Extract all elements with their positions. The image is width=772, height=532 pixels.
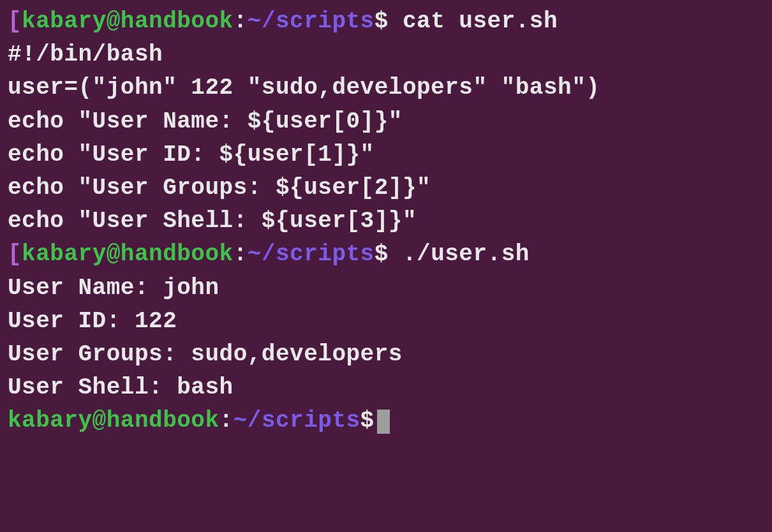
execution-output-line: User Shell: bash	[8, 371, 764, 404]
script-output-line: echo "User Name: ${user[0]}"	[8, 105, 764, 138]
prompt-line-3[interactable]: kabary@handbook:~/scripts$	[8, 404, 764, 438]
user-host: kabary@handbook	[22, 8, 234, 34]
prompt-dollar: $	[375, 8, 389, 34]
prompt-colon: :	[234, 8, 248, 34]
script-output-line: echo "User Shell: ${user[3]}"	[8, 205, 764, 238]
execution-output-line: User ID: 122	[8, 305, 764, 338]
prompt-colon: :	[234, 241, 248, 267]
terminal-window[interactable]: [kabary@handbook:~/scripts$ cat user.sh …	[8, 5, 764, 438]
script-output-line: echo "User Groups: ${user[2]}"	[8, 172, 764, 205]
bracket-icon: [	[8, 8, 22, 34]
script-output-line: #!/bin/bash	[8, 38, 764, 71]
command-text: cat user.sh	[389, 8, 558, 34]
prompt-dollar: $	[375, 241, 389, 267]
script-output-line: echo "User ID: ${user[1]}"	[8, 138, 764, 172]
script-output-line: user=("john" 122 "sudo,developers" "bash…	[8, 71, 764, 105]
user-host: kabary@handbook	[8, 408, 219, 434]
execution-output-line: User Groups: sudo,developers	[8, 338, 764, 371]
prompt-line-2: [kabary@handbook:~/scripts$ ./user.sh	[8, 238, 764, 271]
prompt-line-1: [kabary@handbook:~/scripts$ cat user.sh	[8, 5, 764, 38]
cwd-path: ~/scripts	[248, 241, 375, 267]
cursor-icon	[377, 410, 390, 434]
prompt-dollar: $	[360, 408, 375, 434]
user-host: kabary@handbook	[22, 241, 234, 267]
cwd-path: ~/scripts	[234, 408, 360, 434]
execution-output-line: User Name: john	[8, 272, 764, 305]
bracket-icon: [	[8, 241, 22, 267]
command-text: ./user.sh	[389, 241, 530, 267]
prompt-colon: :	[219, 408, 234, 434]
cwd-path: ~/scripts	[248, 8, 375, 34]
